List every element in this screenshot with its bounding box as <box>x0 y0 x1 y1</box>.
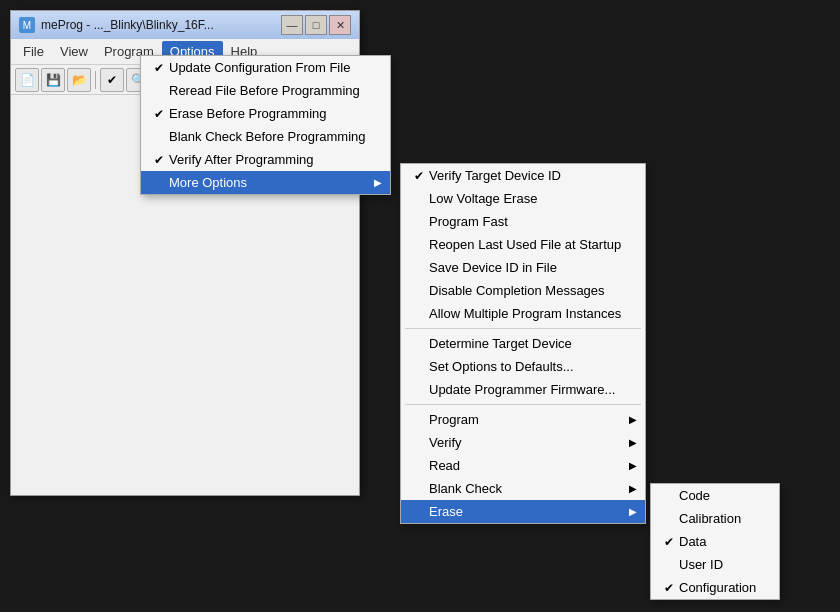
menu-set-options[interactable]: Set Options to Defaults... <box>401 355 645 378</box>
menu-update-firmware[interactable]: Update Programmer Firmware... <box>401 378 645 401</box>
menu-calibration[interactable]: Calibration <box>651 507 779 530</box>
check-data: ✔ <box>659 535 679 549</box>
label-update-config: Update Configuration From File <box>169 60 366 75</box>
more-options-dropdown: ✔ Verify Target Device ID Low Voltage Er… <box>400 163 646 524</box>
label-read-sub: Read <box>429 458 621 473</box>
menu-file[interactable]: File <box>15 41 52 62</box>
arrow-more-options: ▶ <box>366 177 382 188</box>
label-more-options: More Options <box>169 175 366 190</box>
menu-configuration[interactable]: ✔ Configuration <box>651 576 779 599</box>
label-calibration: Calibration <box>679 511 771 526</box>
separator-2 <box>405 404 641 405</box>
label-verify-target: Verify Target Device ID <box>429 168 621 183</box>
menu-view[interactable]: View <box>52 41 96 62</box>
label-update-firmware: Update Programmer Firmware... <box>429 382 621 397</box>
menu-reopen-last[interactable]: Reopen Last Used File at Startup <box>401 233 645 256</box>
toolbar-program[interactable]: ✔ <box>100 68 124 92</box>
menu-reread-file[interactable]: Reread File Before Programming <box>141 79 390 102</box>
menu-read-sub[interactable]: Read ▶ <box>401 454 645 477</box>
title-bar-left: M meProg - ..._Blinky\Blinky_16F... <box>19 17 214 33</box>
label-verify-sub: Verify <box>429 435 621 450</box>
arrow-blank-check-sub: ▶ <box>621 483 637 494</box>
check-erase-before: ✔ <box>149 107 169 121</box>
label-blank-check-sub: Blank Check <box>429 481 621 496</box>
arrow-read-sub: ▶ <box>621 460 637 471</box>
menu-update-config[interactable]: ✔ Update Configuration From File <box>141 56 390 79</box>
label-configuration: Configuration <box>679 580 771 595</box>
menu-program-fast[interactable]: Program Fast <box>401 210 645 233</box>
menu-more-options[interactable]: More Options ▶ <box>141 171 390 194</box>
menu-save-device-id[interactable]: Save Device ID in File <box>401 256 645 279</box>
erase-dropdown: Code Calibration ✔ Data User ID ✔ Config… <box>650 483 780 600</box>
app-icon: M <box>19 17 35 33</box>
toolbar-separator <box>95 71 96 89</box>
label-low-voltage: Low Voltage Erase <box>429 191 621 206</box>
check-update-config: ✔ <box>149 61 169 75</box>
menu-blank-check-sub[interactable]: Blank Check ▶ <box>401 477 645 500</box>
menu-erase-before[interactable]: ✔ Erase Before Programming <box>141 102 390 125</box>
menu-user-id[interactable]: User ID <box>651 553 779 576</box>
label-user-id: User ID <box>679 557 771 572</box>
label-program-sub: Program <box>429 412 621 427</box>
label-reopen-last: Reopen Last Used File at Startup <box>429 237 621 252</box>
options-dropdown: ✔ Update Configuration From File Reread … <box>140 55 391 195</box>
label-determine-target: Determine Target Device <box>429 336 621 351</box>
menu-data[interactable]: ✔ Data <box>651 530 779 553</box>
menu-verify-after[interactable]: ✔ Verify After Programming <box>141 148 390 171</box>
menu-verify-target[interactable]: ✔ Verify Target Device ID <box>401 164 645 187</box>
menu-low-voltage[interactable]: Low Voltage Erase <box>401 187 645 210</box>
maximize-button[interactable]: □ <box>305 15 327 35</box>
menu-determine-target[interactable]: Determine Target Device <box>401 332 645 355</box>
arrow-program-sub: ▶ <box>621 414 637 425</box>
check-verify-after: ✔ <box>149 153 169 167</box>
label-allow-multiple: Allow Multiple Program Instances <box>429 306 621 321</box>
arrow-verify-sub: ▶ <box>621 437 637 448</box>
label-blank-check: Blank Check Before Programming <box>169 129 366 144</box>
toolbar-save[interactable]: 💾 <box>41 68 65 92</box>
label-erase-before: Erase Before Programming <box>169 106 366 121</box>
close-button[interactable]: ✕ <box>329 15 351 35</box>
menu-verify-sub[interactable]: Verify ▶ <box>401 431 645 454</box>
label-erase-sub: Erase <box>429 504 621 519</box>
label-verify-after: Verify After Programming <box>169 152 366 167</box>
arrow-erase-sub: ▶ <box>621 506 637 517</box>
label-set-options: Set Options to Defaults... <box>429 359 621 374</box>
title-bar: M meProg - ..._Blinky\Blinky_16F... — □ … <box>11 11 359 39</box>
label-code: Code <box>679 488 771 503</box>
window-title: meProg - ..._Blinky\Blinky_16F... <box>41 18 214 32</box>
check-verify-target: ✔ <box>409 169 429 183</box>
menu-disable-completion[interactable]: Disable Completion Messages <box>401 279 645 302</box>
menu-code[interactable]: Code <box>651 484 779 507</box>
separator-1 <box>405 328 641 329</box>
toolbar-open[interactable]: 📂 <box>67 68 91 92</box>
toolbar-new[interactable]: 📄 <box>15 68 39 92</box>
title-buttons: — □ ✕ <box>281 15 351 35</box>
label-save-device-id: Save Device ID in File <box>429 260 621 275</box>
label-disable-completion: Disable Completion Messages <box>429 283 621 298</box>
check-configuration: ✔ <box>659 581 679 595</box>
minimize-button[interactable]: — <box>281 15 303 35</box>
label-program-fast: Program Fast <box>429 214 621 229</box>
menu-blank-check[interactable]: Blank Check Before Programming <box>141 125 390 148</box>
menu-program-sub[interactable]: Program ▶ <box>401 408 645 431</box>
menu-allow-multiple[interactable]: Allow Multiple Program Instances <box>401 302 645 325</box>
label-reread-file: Reread File Before Programming <box>169 83 366 98</box>
label-data: Data <box>679 534 771 549</box>
menu-erase-sub[interactable]: Erase ▶ <box>401 500 645 523</box>
